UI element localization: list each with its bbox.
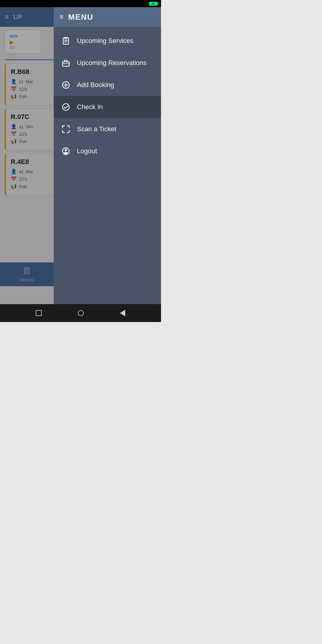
menu-label-add-booking: Add Booking bbox=[77, 81, 114, 89]
menu-item-check-in[interactable]: Check In bbox=[54, 96, 161, 118]
menu-label-scan-ticket: Scan a Ticket bbox=[77, 125, 116, 133]
svg-point-16 bbox=[65, 149, 67, 151]
recent-apps-button[interactable] bbox=[36, 310, 42, 316]
person-circle-icon bbox=[61, 147, 71, 156]
svg-rect-6 bbox=[64, 40, 67, 40]
drawer-hamburger-icon[interactable]: ≡ bbox=[60, 13, 64, 21]
status-bar: 97 bbox=[0, 0, 161, 7]
plus-circle-icon bbox=[61, 80, 71, 89]
overlay-dim[interactable] bbox=[0, 7, 54, 304]
scan-icon bbox=[61, 125, 71, 134]
menu-item-logout[interactable]: Logout bbox=[54, 140, 161, 162]
clipboard-icon bbox=[61, 36, 71, 45]
menu-item-upcoming-reservations[interactable]: Upcoming Reservations bbox=[54, 52, 161, 74]
menu-item-scan-ticket[interactable]: Scan a Ticket bbox=[54, 118, 161, 140]
home-button[interactable] bbox=[78, 310, 84, 316]
svg-rect-7 bbox=[64, 41, 67, 41]
drawer-menu: Upcoming Services Upcoming Reservations bbox=[54, 27, 161, 304]
menu-label-upcoming-reservations: Upcoming Reservations bbox=[77, 59, 147, 67]
svg-rect-8 bbox=[64, 42, 66, 43]
check-circle-icon bbox=[61, 103, 71, 112]
home-icon bbox=[78, 310, 84, 316]
menu-item-upcoming-services[interactable]: Upcoming Services bbox=[54, 30, 161, 52]
menu-label-check-in: Check In bbox=[77, 103, 103, 111]
menu-label-logout: Logout bbox=[77, 147, 97, 155]
android-nav-bar bbox=[0, 304, 161, 322]
drawer-header: ≡ MENU bbox=[54, 7, 161, 27]
battery-indicator: 97 bbox=[149, 2, 157, 6]
menu-label-upcoming-services: Upcoming Services bbox=[77, 37, 134, 45]
menu-item-add-booking[interactable]: Add Booking bbox=[54, 74, 161, 96]
svg-rect-9 bbox=[63, 62, 69, 66]
svg-point-14 bbox=[63, 104, 69, 111]
back-icon bbox=[120, 310, 125, 316]
drawer-title: MENU bbox=[68, 13, 94, 22]
briefcase-icon bbox=[61, 58, 71, 67]
side-drawer: ≡ MENU Upcoming Services bbox=[54, 7, 161, 304]
back-button[interactable] bbox=[120, 310, 125, 316]
recent-apps-icon bbox=[36, 310, 42, 316]
